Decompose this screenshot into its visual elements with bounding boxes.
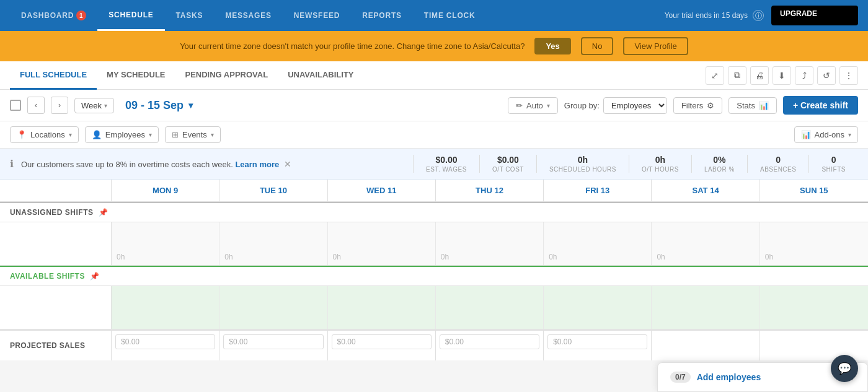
- nav-schedule[interactable]: SCHEDULE: [97, 0, 164, 31]
- week-selector[interactable]: Week ▾: [74, 98, 114, 113]
- more-icon[interactable]: ⋮: [839, 66, 858, 85]
- unassigned-shifts-row: 0h 0h 0h 0h 0h 0h 0h: [0, 222, 868, 266]
- day-header-sat: SAT 14: [652, 180, 760, 201]
- available-cell-tue[interactable]: [219, 286, 327, 329]
- nav-timeclock[interactable]: TIME CLOCK: [413, 0, 487, 31]
- week-dropdown-arrow: ▾: [104, 102, 107, 109]
- timezone-no-button[interactable]: No: [581, 37, 614, 55]
- unassigned-cell-wed[interactable]: 0h: [328, 222, 436, 265]
- nav-dashboard[interactable]: DASHBOARD 1: [10, 0, 97, 31]
- auto-dropdown-arrow: ▾: [547, 102, 550, 109]
- nav-tasks[interactable]: TASKS: [165, 0, 215, 31]
- projected-cell-tue: [219, 331, 327, 360]
- day-header-tue: TUE 10: [219, 180, 327, 201]
- available-cell-wed[interactable]: [328, 286, 436, 329]
- unassigned-hours-sun: 0h: [765, 253, 773, 261]
- available-shifts-row: [0, 286, 868, 329]
- person-icon: 👤: [92, 130, 102, 139]
- unassigned-cell-sun[interactable]: 0h: [760, 222, 868, 265]
- group-by-select[interactable]: Employees Locations Roles: [603, 97, 667, 114]
- info-text: Our customers save up to 8% in overtime …: [21, 159, 291, 169]
- projected-input-thu[interactable]: [440, 334, 539, 349]
- day-header-fri: FRI 13: [544, 180, 652, 201]
- history-icon[interactable]: ↺: [817, 66, 836, 85]
- stats-row: $0.00 EST. WAGES $0.00 O/T COST 0h SCHED…: [413, 155, 858, 173]
- events-filter[interactable]: ⊞ Events ▾: [165, 126, 221, 143]
- auto-button[interactable]: ✏ Auto ▾: [508, 97, 558, 114]
- projected-cell-fri: [544, 331, 652, 360]
- next-week-button[interactable]: ›: [51, 97, 68, 114]
- print-icon[interactable]: 🖨: [750, 66, 769, 85]
- download-icon[interactable]: ⬇: [773, 66, 791, 85]
- top-navigation: DASHBOARD 1 SCHEDULE TASKS MESSAGES NEWS…: [0, 0, 868, 31]
- projected-cell-wed: [328, 331, 436, 360]
- info-close-button[interactable]: ✕: [284, 159, 291, 169]
- info-banner: ℹ Our customers save up to 8% in overtim…: [0, 149, 868, 180]
- day-header-wed: WED 11: [328, 180, 436, 201]
- schedule-tabs: FULL SCHEDULE MY SCHEDULE PENDING APPROV…: [0, 61, 868, 90]
- day-header-sun: SUN 15: [760, 180, 868, 201]
- addons-button[interactable]: 📊 Add-ons ▾: [794, 126, 858, 143]
- tab-my-schedule[interactable]: MY SCHEDULE: [97, 61, 175, 90]
- learn-more-link[interactable]: Learn more: [235, 160, 279, 169]
- projected-cell-mon: [112, 331, 219, 360]
- date-range-display: 09 - 15 Sep ▾: [125, 99, 193, 112]
- projected-sales-label: PROJECTED SALES: [0, 331, 112, 360]
- info-circle-icon: ℹ: [10, 158, 14, 170]
- expand-icon[interactable]: ⤢: [706, 66, 724, 85]
- unassigned-hours-wed: 0h: [333, 253, 341, 261]
- share-icon[interactable]: ⤴: [795, 66, 813, 85]
- view-profile-button[interactable]: View Profile: [623, 37, 688, 55]
- stats-bar-icon: 📊: [759, 101, 769, 110]
- employees-filter[interactable]: 👤 Employees ▾: [85, 126, 159, 143]
- stats-button[interactable]: Stats 📊: [728, 97, 777, 114]
- projected-cell-sat: [652, 331, 760, 360]
- select-all-checkbox[interactable]: [10, 100, 21, 111]
- unassigned-cell-mon[interactable]: 0h: [112, 222, 219, 265]
- projected-input-fri[interactable]: [547, 334, 647, 349]
- nav-newsfeed[interactable]: NEWSFEED: [283, 0, 351, 31]
- timezone-alert-banner: Your current time zone doesn't match you…: [0, 31, 868, 61]
- date-range-chevron[interactable]: ▾: [188, 100, 193, 110]
- filters-button[interactable]: Filters ⚙: [673, 97, 722, 114]
- projected-input-mon[interactable]: [115, 334, 215, 349]
- filters-icon: ⚙: [707, 101, 714, 110]
- available-pin-icon[interactable]: 📌: [90, 272, 100, 281]
- location-pin-icon: 📍: [17, 130, 27, 139]
- unassigned-hours-fri: 0h: [549, 253, 557, 261]
- unassigned-pin-icon[interactable]: 📌: [99, 208, 108, 217]
- available-cell-sat[interactable]: [652, 286, 760, 329]
- timezone-yes-button[interactable]: Yes: [534, 38, 570, 54]
- upgrade-button[interactable]: UPGRADE: [771, 6, 858, 25]
- tab-pending-approval[interactable]: PENDING APPROVAL: [175, 61, 278, 90]
- unassigned-shifts-header: UNASSIGNED SHIFTS 📌: [0, 202, 868, 222]
- copy-icon[interactable]: ⧉: [728, 66, 746, 85]
- nav-reports[interactable]: REPORTS: [351, 0, 413, 31]
- prev-week-button[interactable]: ‹: [27, 97, 45, 114]
- info-icon[interactable]: ⓘ: [753, 10, 764, 21]
- addons-dropdown-arrow: ▾: [848, 131, 851, 138]
- tab-toolbar: ⤢ ⧉ 🖨 ⬇ ⤴ ↺ ⋮: [706, 66, 858, 85]
- tab-full-schedule[interactable]: FULL SCHEDULE: [10, 61, 97, 90]
- projected-input-wed[interactable]: [332, 334, 432, 349]
- dashboard-badge: 1: [76, 11, 86, 20]
- projected-cell-thu: [436, 331, 544, 360]
- day-headers-row: MON 9 TUE 10 WED 11 THU 12 FRI 13 SAT 14…: [0, 180, 868, 202]
- create-shift-button[interactable]: + Create shift: [783, 96, 858, 115]
- employees-dropdown-arrow: ▾: [149, 131, 152, 138]
- unassigned-cell-thu[interactable]: 0h: [436, 222, 544, 265]
- nav-messages[interactable]: MESSAGES: [214, 0, 282, 31]
- stat-labor-percent: 0% LABOR %: [691, 155, 747, 173]
- projected-input-tue[interactable]: [223, 334, 323, 349]
- unassigned-cell-sat[interactable]: 0h: [652, 222, 760, 265]
- locations-filter[interactable]: 📍 Locations ▾: [10, 126, 79, 143]
- available-cell-sun[interactable]: [760, 286, 868, 329]
- tab-unavailability[interactable]: UNAVAILABILITY: [278, 61, 363, 90]
- available-cell-fri[interactable]: [544, 286, 652, 329]
- unassigned-cell-tue[interactable]: 0h: [219, 222, 327, 265]
- available-cell-mon[interactable]: [112, 286, 219, 329]
- stat-est-wages: $0.00 EST. WAGES: [413, 155, 479, 173]
- unassigned-cell-fri[interactable]: 0h: [544, 222, 652, 265]
- group-by-control: Group by: Employees Locations Roles: [564, 97, 667, 114]
- available-cell-thu[interactable]: [436, 286, 544, 329]
